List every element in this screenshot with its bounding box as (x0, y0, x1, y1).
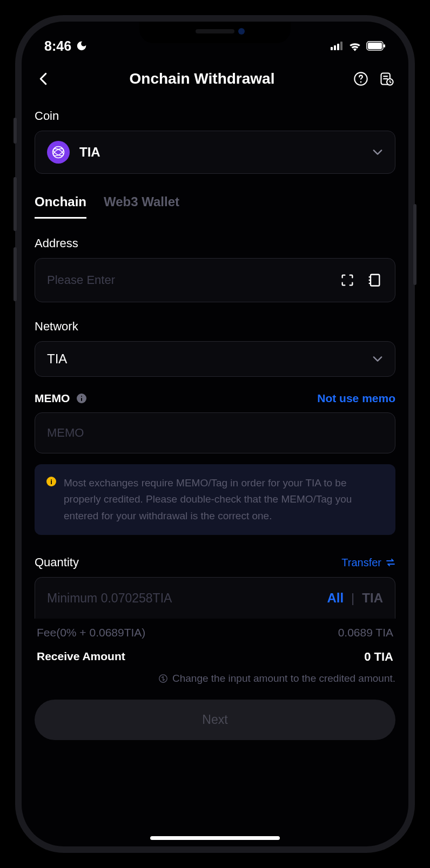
receive-value: 0 TIA (364, 650, 393, 664)
swap-icon (158, 674, 168, 683)
chevron-down-icon (372, 149, 383, 155)
tab-onchain[interactable]: Onchain (35, 194, 86, 219)
fee-label: Fee(0% + 0.0689TIA) (37, 626, 145, 639)
header: Onchain Withdrawal (22, 59, 408, 98)
svg-rect-17 (81, 398, 82, 401)
transfer-link[interactable]: Transfer (341, 557, 395, 569)
warning-icon: i (46, 477, 56, 486)
svg-rect-3 (340, 42, 342, 50)
fee-row: Fee(0% + 0.0689TIA) 0.0689 TIA (35, 619, 395, 647)
change-amount-hint[interactable]: Change the input amount to the credited … (35, 673, 395, 684)
memo-input[interactable] (47, 426, 383, 440)
receive-row: Receive Amount 0 TIA (35, 647, 395, 667)
network-selector[interactable]: TIA (35, 341, 395, 377)
fee-value: 0.0689 TIA (338, 626, 393, 639)
svg-rect-16 (81, 396, 82, 397)
address-field (35, 258, 395, 302)
quantity-input[interactable] (47, 591, 327, 606)
page-title: Onchain Withdrawal (52, 70, 352, 87)
svg-rect-0 (331, 47, 333, 50)
coin-selected: TIA (79, 145, 100, 160)
home-indicator[interactable] (150, 836, 280, 840)
wifi-icon (348, 40, 362, 51)
svg-rect-1 (334, 45, 336, 50)
transfer-icon (386, 559, 395, 566)
address-book-icon (367, 273, 382, 288)
quantity-label: Quantity (35, 555, 79, 569)
svg-point-8 (360, 81, 362, 83)
receive-label: Receive Amount (37, 650, 125, 664)
memo-warning: i Most exchanges require MEMO/Tag in ord… (35, 464, 395, 535)
tabs: Onchain Web3 Wallet (35, 194, 395, 219)
status-time: 8:46 (44, 38, 71, 54)
svg-rect-5 (368, 43, 382, 49)
moon-icon (76, 40, 88, 52)
help-button[interactable] (352, 70, 369, 87)
scan-qr-button[interactable] (339, 272, 356, 289)
memo-label: MEMO (35, 392, 87, 405)
next-button[interactable]: Next (35, 700, 395, 740)
signal-icon (331, 41, 344, 51)
coin-label: Coin (35, 109, 395, 123)
svg-rect-14 (371, 275, 379, 286)
coin-selector[interactable]: TIA (35, 131, 395, 174)
network-selected: TIA (47, 351, 67, 367)
all-button[interactable]: All (327, 591, 344, 606)
address-input[interactable] (47, 273, 339, 287)
network-label: Network (35, 320, 395, 334)
warning-text: Most exchanges require MEMO/Tag in order… (64, 475, 384, 524)
help-icon (353, 71, 368, 86)
chevron-down-icon (372, 356, 383, 362)
memo-field (35, 412, 395, 453)
address-book-button[interactable] (366, 272, 383, 289)
qr-scan-icon (340, 273, 355, 288)
info-icon[interactable] (76, 393, 87, 404)
history-button[interactable] (378, 70, 395, 87)
battery-icon (366, 41, 386, 51)
tab-web3-wallet[interactable]: Web3 Wallet (104, 194, 179, 219)
not-use-memo-link[interactable]: Not use memo (317, 392, 395, 405)
back-button[interactable] (35, 70, 52, 87)
address-label: Address (35, 236, 395, 250)
quantity-field: All | TIA (35, 577, 395, 619)
svg-rect-2 (337, 44, 339, 50)
svg-rect-6 (384, 44, 385, 48)
quantity-unit: TIA (362, 591, 383, 606)
history-icon (379, 71, 394, 86)
tia-coin-icon (47, 141, 70, 164)
